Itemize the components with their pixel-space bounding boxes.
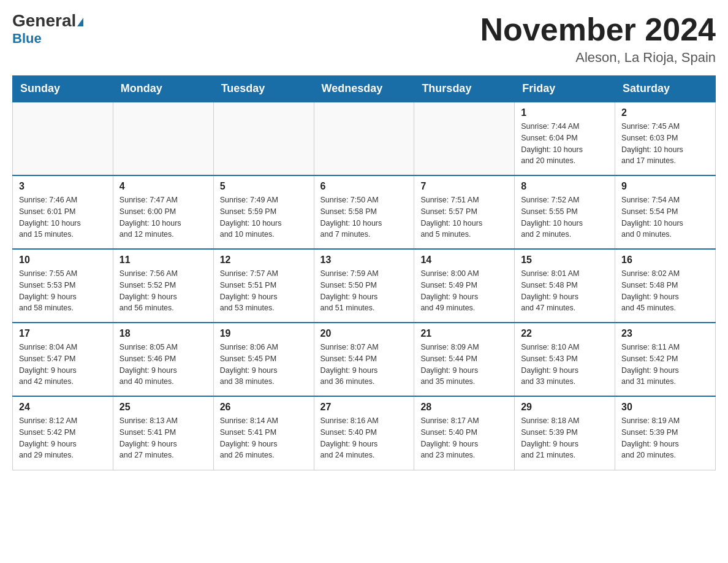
calendar-week-row: 10Sunrise: 7:55 AM Sunset: 5:53 PM Dayli… bbox=[13, 249, 716, 323]
day-number: 11 bbox=[119, 255, 207, 266]
calendar-cell: 28Sunrise: 8:17 AM Sunset: 5:40 PM Dayli… bbox=[414, 396, 515, 470]
day-info: Sunrise: 8:04 AM Sunset: 5:47 PM Dayligh… bbox=[19, 342, 107, 388]
calendar-cell: 6Sunrise: 7:50 AM Sunset: 5:58 PM Daylig… bbox=[314, 175, 414, 249]
calendar-cell: 17Sunrise: 8:04 AM Sunset: 5:47 PM Dayli… bbox=[13, 323, 113, 396]
weekday-header-row: SundayMondayTuesdayWednesdayThursdayFrid… bbox=[13, 76, 716, 102]
day-info: Sunrise: 8:12 AM Sunset: 5:42 PM Dayligh… bbox=[19, 415, 107, 461]
calendar-cell: 26Sunrise: 8:14 AM Sunset: 5:41 PM Dayli… bbox=[213, 396, 314, 470]
calendar-week-row: 3Sunrise: 7:46 AM Sunset: 6:01 PM Daylig… bbox=[13, 175, 716, 249]
day-number: 28 bbox=[420, 402, 508, 413]
calendar-cell: 11Sunrise: 7:56 AM Sunset: 5:52 PM Dayli… bbox=[113, 249, 213, 323]
day-info: Sunrise: 7:52 AM Sunset: 5:55 PM Dayligh… bbox=[521, 194, 609, 240]
calendar-cell bbox=[13, 102, 113, 175]
calendar-cell: 1Sunrise: 7:44 AM Sunset: 6:04 PM Daylig… bbox=[515, 102, 615, 175]
logo-blue: Blue bbox=[12, 31, 42, 47]
day-number: 18 bbox=[119, 328, 207, 339]
calendar-cell: 19Sunrise: 8:06 AM Sunset: 5:45 PM Dayli… bbox=[213, 323, 314, 396]
calendar-cell: 15Sunrise: 8:01 AM Sunset: 5:48 PM Dayli… bbox=[515, 249, 615, 323]
day-info: Sunrise: 7:45 AM Sunset: 6:03 PM Dayligh… bbox=[621, 121, 709, 167]
day-info: Sunrise: 8:11 AM Sunset: 5:42 PM Dayligh… bbox=[621, 342, 709, 388]
calendar-cell: 12Sunrise: 7:57 AM Sunset: 5:51 PM Dayli… bbox=[213, 249, 314, 323]
weekday-header-monday: Monday bbox=[113, 76, 213, 102]
day-info: Sunrise: 7:50 AM Sunset: 5:58 PM Dayligh… bbox=[320, 194, 408, 240]
day-number: 1 bbox=[521, 107, 609, 118]
calendar-cell: 21Sunrise: 8:09 AM Sunset: 5:44 PM Dayli… bbox=[414, 323, 515, 396]
page-subtitle: Aleson, La Rioja, Spain bbox=[480, 50, 716, 66]
day-info: Sunrise: 8:14 AM Sunset: 5:41 PM Dayligh… bbox=[220, 415, 308, 461]
calendar-cell bbox=[414, 102, 515, 175]
calendar-cell: 10Sunrise: 7:55 AM Sunset: 5:53 PM Dayli… bbox=[13, 249, 113, 323]
day-number: 15 bbox=[521, 255, 609, 266]
weekday-header-thursday: Thursday bbox=[414, 76, 515, 102]
calendar-cell: 20Sunrise: 8:07 AM Sunset: 5:44 PM Dayli… bbox=[314, 323, 414, 396]
day-number: 27 bbox=[320, 402, 408, 413]
weekday-header-wednesday: Wednesday bbox=[314, 76, 414, 102]
day-number: 5 bbox=[220, 181, 308, 192]
page-title: November 2024 bbox=[480, 12, 716, 47]
day-info: Sunrise: 7:47 AM Sunset: 6:00 PM Dayligh… bbox=[119, 194, 207, 240]
weekday-header-tuesday: Tuesday bbox=[213, 76, 314, 102]
day-info: Sunrise: 7:54 AM Sunset: 5:54 PM Dayligh… bbox=[621, 194, 709, 240]
day-number: 7 bbox=[420, 181, 508, 192]
day-number: 22 bbox=[521, 328, 609, 339]
title-area: November 2024 Aleson, La Rioja, Spain bbox=[480, 12, 716, 66]
day-number: 23 bbox=[621, 328, 709, 339]
logo-triangle-icon bbox=[77, 18, 83, 26]
day-info: Sunrise: 8:00 AM Sunset: 5:49 PM Dayligh… bbox=[420, 268, 508, 314]
day-info: Sunrise: 8:09 AM Sunset: 5:44 PM Dayligh… bbox=[420, 342, 508, 388]
weekday-header-friday: Friday bbox=[515, 76, 615, 102]
calendar-week-row: 24Sunrise: 8:12 AM Sunset: 5:42 PM Dayli… bbox=[13, 396, 716, 470]
day-number: 30 bbox=[621, 402, 709, 413]
day-info: Sunrise: 8:17 AM Sunset: 5:40 PM Dayligh… bbox=[420, 415, 508, 461]
day-number: 26 bbox=[220, 402, 308, 413]
calendar-cell: 8Sunrise: 7:52 AM Sunset: 5:55 PM Daylig… bbox=[515, 175, 615, 249]
day-number: 14 bbox=[420, 255, 508, 266]
day-number: 10 bbox=[19, 255, 107, 266]
day-info: Sunrise: 7:59 AM Sunset: 5:50 PM Dayligh… bbox=[320, 268, 408, 314]
day-info: Sunrise: 8:01 AM Sunset: 5:48 PM Dayligh… bbox=[521, 268, 609, 314]
day-info: Sunrise: 7:49 AM Sunset: 5:59 PM Dayligh… bbox=[220, 194, 308, 240]
day-info: Sunrise: 8:02 AM Sunset: 5:48 PM Dayligh… bbox=[621, 268, 709, 314]
header: General Blue November 2024 Aleson, La Ri… bbox=[12, 12, 716, 66]
day-number: 2 bbox=[621, 107, 709, 118]
calendar-cell: 27Sunrise: 8:16 AM Sunset: 5:40 PM Dayli… bbox=[314, 396, 414, 470]
day-number: 13 bbox=[320, 255, 408, 266]
calendar-cell: 2Sunrise: 7:45 AM Sunset: 6:03 PM Daylig… bbox=[615, 102, 716, 175]
calendar-cell: 16Sunrise: 8:02 AM Sunset: 5:48 PM Dayli… bbox=[615, 249, 716, 323]
calendar-cell: 9Sunrise: 7:54 AM Sunset: 5:54 PM Daylig… bbox=[615, 175, 716, 249]
day-number: 17 bbox=[19, 328, 107, 339]
calendar-week-row: 17Sunrise: 8:04 AM Sunset: 5:47 PM Dayli… bbox=[13, 323, 716, 396]
day-info: Sunrise: 8:06 AM Sunset: 5:45 PM Dayligh… bbox=[220, 342, 308, 388]
day-number: 20 bbox=[320, 328, 408, 339]
calendar-cell: 4Sunrise: 7:47 AM Sunset: 6:00 PM Daylig… bbox=[113, 175, 213, 249]
day-info: Sunrise: 8:13 AM Sunset: 5:41 PM Dayligh… bbox=[119, 415, 207, 461]
day-info: Sunrise: 8:18 AM Sunset: 5:39 PM Dayligh… bbox=[521, 415, 609, 461]
weekday-header-saturday: Saturday bbox=[615, 76, 716, 102]
day-number: 29 bbox=[521, 402, 609, 413]
day-info: Sunrise: 7:55 AM Sunset: 5:53 PM Dayligh… bbox=[19, 268, 107, 314]
day-number: 24 bbox=[19, 402, 107, 413]
calendar-cell: 5Sunrise: 7:49 AM Sunset: 5:59 PM Daylig… bbox=[213, 175, 314, 249]
weekday-header-sunday: Sunday bbox=[13, 76, 113, 102]
day-number: 9 bbox=[621, 181, 709, 192]
calendar-cell: 22Sunrise: 8:10 AM Sunset: 5:43 PM Dayli… bbox=[515, 323, 615, 396]
calendar-cell: 29Sunrise: 8:18 AM Sunset: 5:39 PM Dayli… bbox=[515, 396, 615, 470]
calendar-cell: 30Sunrise: 8:19 AM Sunset: 5:39 PM Dayli… bbox=[615, 396, 716, 470]
logo: General Blue bbox=[12, 12, 83, 47]
calendar-cell: 23Sunrise: 8:11 AM Sunset: 5:42 PM Dayli… bbox=[615, 323, 716, 396]
calendar-cell: 13Sunrise: 7:59 AM Sunset: 5:50 PM Dayli… bbox=[314, 249, 414, 323]
calendar-cell bbox=[213, 102, 314, 175]
calendar-cell: 14Sunrise: 8:00 AM Sunset: 5:49 PM Dayli… bbox=[414, 249, 515, 323]
day-number: 4 bbox=[119, 181, 207, 192]
day-number: 6 bbox=[320, 181, 408, 192]
calendar-cell bbox=[314, 102, 414, 175]
day-number: 3 bbox=[19, 181, 107, 192]
day-info: Sunrise: 7:56 AM Sunset: 5:52 PM Dayligh… bbox=[119, 268, 207, 314]
day-number: 12 bbox=[220, 255, 308, 266]
day-info: Sunrise: 7:44 AM Sunset: 6:04 PM Dayligh… bbox=[521, 121, 609, 167]
day-info: Sunrise: 7:51 AM Sunset: 5:57 PM Dayligh… bbox=[420, 194, 508, 240]
calendar-table: SundayMondayTuesdayWednesdayThursdayFrid… bbox=[12, 75, 716, 470]
calendar-week-row: 1Sunrise: 7:44 AM Sunset: 6:04 PM Daylig… bbox=[13, 102, 716, 175]
day-number: 25 bbox=[119, 402, 207, 413]
day-info: Sunrise: 8:19 AM Sunset: 5:39 PM Dayligh… bbox=[621, 415, 709, 461]
